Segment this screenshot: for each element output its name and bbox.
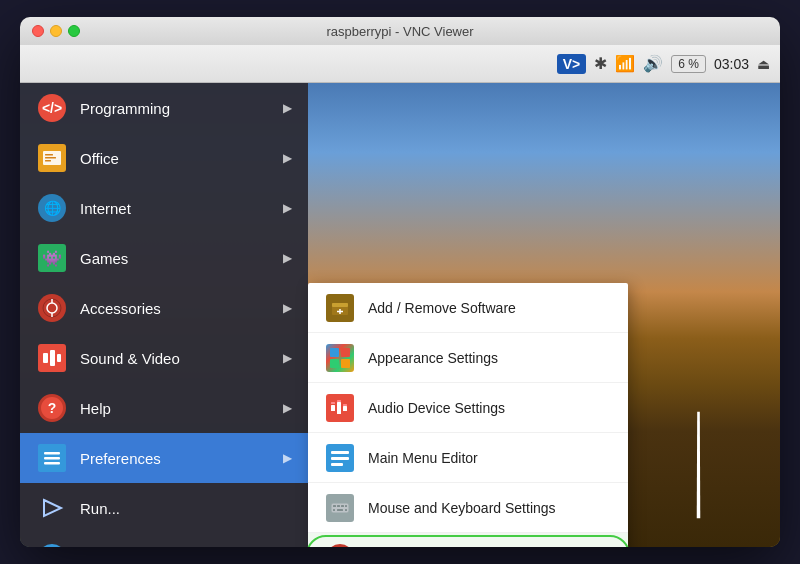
menu-editor-icon bbox=[324, 442, 356, 474]
eject-icon: ⏏ bbox=[757, 56, 770, 72]
office-label: Office bbox=[80, 150, 283, 167]
preferences-label: Preferences bbox=[80, 450, 283, 467]
office-arrow: ▶ bbox=[283, 151, 292, 165]
programming-icon: </> bbox=[36, 92, 68, 124]
programming-arrow: ▶ bbox=[283, 101, 292, 115]
minimize-button[interactable] bbox=[50, 25, 62, 37]
menu-item-games[interactable]: 👾 Games ▶ bbox=[20, 233, 308, 283]
sound-video-icon bbox=[36, 342, 68, 374]
svg-rect-11 bbox=[44, 452, 60, 455]
preferences-arrow: ▶ bbox=[283, 451, 292, 465]
svg-rect-34 bbox=[331, 503, 349, 513]
internet-label: Internet bbox=[80, 200, 283, 217]
add-remove-label: Add / Remove Software bbox=[368, 300, 516, 316]
raspberry-pi-icon bbox=[324, 542, 356, 548]
vnc-toolbar: V> ✱ 📶 🔊 6 % 03:03 ⏏ bbox=[20, 45, 780, 83]
traffic-lights bbox=[32, 25, 80, 37]
svg-rect-13 bbox=[44, 462, 60, 465]
appearance-icon bbox=[324, 342, 356, 374]
help-arrow: ▶ bbox=[283, 401, 292, 415]
shutdown-icon bbox=[36, 542, 68, 547]
programming-label: Programming bbox=[80, 100, 283, 117]
internet-arrow: ▶ bbox=[283, 201, 292, 215]
svg-rect-40 bbox=[337, 509, 343, 511]
run-icon bbox=[36, 492, 68, 524]
menu-item-shutdown[interactable]: Shutdown... bbox=[20, 533, 308, 547]
svg-rect-27 bbox=[343, 406, 347, 411]
games-label: Games bbox=[80, 250, 283, 267]
svg-rect-21 bbox=[330, 348, 339, 357]
submenu-item-raspberry-pi[interactable]: Raspberry Pi Configuration bbox=[308, 533, 628, 547]
wifi-icon: 📶 bbox=[615, 54, 635, 73]
menu-item-run[interactable]: Run... bbox=[20, 483, 308, 533]
svg-rect-26 bbox=[337, 402, 341, 414]
clock: 03:03 bbox=[714, 56, 749, 72]
main-window: raspberrypi - VNC Viewer V> ✱ 📶 🔊 6 % 03… bbox=[20, 17, 780, 547]
submenu-item-add-remove[interactable]: Add / Remove Software bbox=[308, 283, 628, 333]
keyboard-icon bbox=[324, 492, 356, 524]
audio-label: Audio Device Settings bbox=[368, 400, 505, 416]
svg-rect-12 bbox=[44, 457, 60, 460]
menu-item-sound-video[interactable]: Sound & Video ▶ bbox=[20, 333, 308, 383]
svg-rect-33 bbox=[331, 463, 343, 466]
menu-item-programming[interactable]: </> Programming ▶ bbox=[20, 83, 308, 133]
sound-video-label: Sound & Video bbox=[80, 350, 283, 367]
svg-rect-2 bbox=[45, 157, 56, 159]
desktop: </> Programming ▶ O bbox=[20, 83, 780, 547]
games-arrow: ▶ bbox=[283, 251, 292, 265]
close-button[interactable] bbox=[32, 25, 44, 37]
vnc-icons-group: V> ✱ 📶 🔊 6 % 03:03 ⏏ bbox=[557, 54, 770, 74]
svg-rect-31 bbox=[331, 451, 349, 454]
svg-rect-36 bbox=[337, 505, 340, 507]
preferences-icon bbox=[36, 442, 68, 474]
svg-rect-10 bbox=[57, 354, 61, 362]
svg-rect-3 bbox=[45, 160, 51, 162]
svg-rect-28 bbox=[331, 402, 335, 404]
titlebar: raspberrypi - VNC Viewer bbox=[20, 17, 780, 45]
keyboard-label: Mouse and Keyboard Settings bbox=[368, 500, 556, 516]
speaker-icon: 🔊 bbox=[643, 54, 663, 73]
svg-rect-8 bbox=[43, 353, 48, 363]
office-icon bbox=[36, 142, 68, 174]
appearance-label: Appearance Settings bbox=[368, 350, 498, 366]
vnc-logo: V> bbox=[557, 54, 587, 74]
help-icon: ? bbox=[36, 392, 68, 424]
svg-rect-39 bbox=[333, 509, 335, 511]
svg-rect-22 bbox=[341, 348, 350, 357]
svg-rect-41 bbox=[345, 509, 347, 511]
svg-marker-14 bbox=[44, 500, 61, 516]
submenu-item-menu-editor[interactable]: Main Menu Editor bbox=[308, 433, 628, 483]
svg-rect-38 bbox=[345, 505, 347, 507]
svg-rect-1 bbox=[45, 154, 53, 156]
battery-indicator: 6 % bbox=[671, 55, 706, 73]
svg-rect-30 bbox=[343, 404, 347, 406]
accessories-arrow: ▶ bbox=[283, 301, 292, 315]
menu-item-internet[interactable]: 🌐 Internet ▶ bbox=[20, 183, 308, 233]
svg-rect-29 bbox=[337, 400, 341, 402]
svg-rect-32 bbox=[331, 457, 349, 460]
svg-rect-37 bbox=[341, 505, 344, 507]
menu-editor-label: Main Menu Editor bbox=[368, 450, 478, 466]
window-title: raspberrypi - VNC Viewer bbox=[326, 24, 473, 39]
menu-item-help[interactable]: ? Help ▶ bbox=[20, 383, 308, 433]
sound-video-arrow: ▶ bbox=[283, 351, 292, 365]
maximize-button[interactable] bbox=[68, 25, 80, 37]
svg-rect-35 bbox=[333, 505, 336, 507]
submenu-item-audio[interactable]: Audio Device Settings bbox=[308, 383, 628, 433]
svg-rect-23 bbox=[330, 359, 339, 368]
accessories-label: Accessories bbox=[80, 300, 283, 317]
menu-item-office[interactable]: Office ▶ bbox=[20, 133, 308, 183]
accessories-icon bbox=[36, 292, 68, 324]
svg-rect-25 bbox=[331, 405, 335, 411]
preferences-submenu: Add / Remove Software Appearance Setting… bbox=[308, 283, 628, 547]
help-label: Help bbox=[80, 400, 283, 417]
audio-icon bbox=[324, 392, 356, 424]
battery-label: 6 % bbox=[678, 57, 699, 71]
run-label: Run... bbox=[80, 500, 292, 517]
submenu-item-keyboard[interactable]: Mouse and Keyboard Settings bbox=[308, 483, 628, 533]
submenu-item-appearance[interactable]: Appearance Settings bbox=[308, 333, 628, 383]
menu-item-preferences[interactable]: Preferences ▶ bbox=[20, 433, 308, 483]
add-remove-icon bbox=[324, 292, 356, 324]
menu-item-accessories[interactable]: Accessories ▶ bbox=[20, 283, 308, 333]
internet-icon: 🌐 bbox=[36, 192, 68, 224]
